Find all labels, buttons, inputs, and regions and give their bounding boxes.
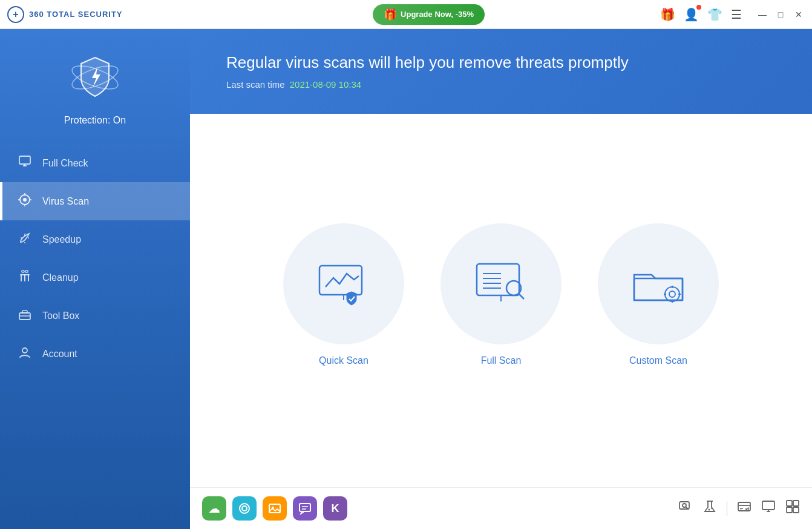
main-layout: Protection: On Full Check [0, 29, 812, 529]
msg-app-icon[interactable] [293, 496, 317, 521]
cloud-app-icon[interactable]: ☁ [202, 496, 226, 521]
active-bar [0, 182, 2, 220]
sidebar-logo-area: Protection: On [64, 29, 126, 138]
sidebar-item-virus-scan[interactable]: Virus Scan [0, 182, 190, 220]
bottom-right-icons [678, 499, 800, 518]
sidebar-item-account[interactable]: Account [0, 335, 190, 373]
custom-scan-svg [625, 257, 692, 311]
svg-point-12 [23, 198, 27, 202]
svg-point-50 [683, 504, 686, 507]
full-scan-svg [468, 257, 534, 311]
protection-label: Protection: On [64, 115, 126, 126]
svg-rect-44 [269, 504, 280, 513]
profile-icon[interactable]: 👤 [684, 7, 699, 22]
screen-tool-icon[interactable] [761, 499, 776, 518]
svg-rect-35 [634, 278, 683, 300]
svg-rect-60 [787, 501, 792, 506]
svg-rect-63 [793, 507, 799, 513]
app-logo-icon: + [7, 6, 24, 23]
monitor-icon [18, 155, 31, 171]
svg-rect-20 [22, 310, 27, 313]
grid-tool-icon[interactable] [785, 499, 800, 518]
quick-scan-svg [310, 257, 377, 311]
lab-tool-icon[interactable] [702, 499, 717, 518]
svg-rect-4 [19, 156, 30, 164]
nav-label-speedup: Speedup [42, 234, 81, 245]
full-scan-circle[interactable] [440, 223, 562, 344]
svg-rect-61 [793, 501, 799, 506]
bottom-toolbar: ☁ [190, 487, 812, 529]
svg-point-37 [669, 291, 675, 297]
quick-scan-circle[interactable] [283, 223, 404, 344]
gift-icon: 🎁 [384, 8, 397, 21]
svg-line-34 [519, 294, 524, 299]
svg-rect-17 [24, 274, 25, 281]
hero-title: Regular virus scans will help you remove… [226, 53, 776, 72]
svg-point-54 [711, 508, 712, 509]
svg-point-36 [665, 287, 679, 301]
maximize-button[interactable]: □ [774, 8, 787, 21]
title-bar-center: 🎁 Upgrade Now, -35% [197, 4, 660, 25]
chat-app-icon[interactable] [232, 496, 257, 521]
account-icon [18, 346, 31, 362]
app-title: 360 TOTAL SECURITY [29, 10, 123, 19]
minimize-button[interactable]: — [756, 8, 768, 21]
sidebar-item-speedup[interactable]: Speedup [0, 220, 190, 258]
close-button[interactable]: ✕ [793, 8, 805, 21]
sidebar-item-full-check[interactable]: Full Check [0, 144, 190, 182]
speedup-icon [18, 231, 31, 248]
sidebar-nav: Full Check Virus Scan [0, 144, 190, 373]
search-tool-icon[interactable] [678, 499, 693, 518]
title-bar-right: 🎁 👤 👕 ☰ — □ ✕ [660, 7, 805, 22]
svg-point-43 [242, 506, 247, 511]
full-scan-card[interactable]: Full Scan [440, 223, 562, 366]
nav-label-virus-scan: Virus Scan [42, 196, 89, 207]
svg-rect-57 [762, 501, 774, 510]
svg-rect-14 [25, 271, 28, 272]
hero-subtitle: Last scan time 2021-08-09 10:34 [226, 79, 776, 90]
cleanup-icon [18, 269, 31, 286]
shield-svg-icon [68, 50, 122, 105]
toolbar-divider [727, 501, 727, 516]
custom-scan-circle[interactable] [598, 223, 719, 344]
svg-rect-18 [28, 274, 29, 281]
hero-banner: Regular virus scans will help you remove… [190, 29, 812, 114]
svg-rect-49 [679, 502, 689, 509]
svg-rect-62 [787, 507, 792, 513]
upgrade-label: Upgrade Now, -35% [401, 10, 474, 19]
svg-text:+: + [13, 9, 18, 19]
shield-logo [65, 47, 125, 108]
quick-scan-card[interactable]: Quick Scan [283, 223, 404, 366]
menu-icon[interactable]: ☰ [731, 7, 742, 22]
svg-point-42 [240, 504, 249, 513]
content-area: Regular virus scans will help you remove… [190, 29, 812, 529]
custom-scan-card[interactable]: Custom Scan [598, 223, 719, 366]
nav-label-cleanup: Cleanup [42, 272, 79, 283]
upgrade-button[interactable]: 🎁 Upgrade Now, -35% [373, 4, 485, 25]
svg-rect-16 [21, 274, 22, 281]
nav-label-tool-box: Tool Box [42, 310, 79, 321]
notification-badge [696, 5, 701, 10]
scan-options-area: Quick Scan [190, 114, 812, 487]
gift-nav-icon[interactable]: 🎁 [660, 7, 675, 22]
svg-point-53 [709, 509, 710, 511]
card-tool-icon[interactable] [737, 499, 751, 518]
full-scan-label: Full Scan [481, 355, 522, 366]
title-bar: + 360 TOTAL SECURITY 🎁 Upgrade Now, -35%… [0, 0, 812, 29]
svg-rect-13 [22, 271, 24, 272]
window-controls: — □ ✕ [756, 8, 805, 21]
k-app-icon[interactable]: K [323, 496, 347, 521]
nav-label-account: Account [42, 349, 77, 360]
nav-label-full-check: Full Check [42, 158, 88, 169]
photo-app-icon[interactable] [263, 496, 287, 521]
tshirt-icon[interactable]: 👕 [707, 7, 722, 22]
sidebar-item-cleanup[interactable]: Cleanup [0, 258, 190, 297]
scan-cards: Quick Scan [283, 223, 719, 366]
last-scan-time: 2021-08-09 10:34 [290, 79, 361, 90]
svg-rect-26 [477, 264, 519, 295]
svg-rect-23 [319, 266, 362, 295]
sidebar-item-tool-box[interactable]: Tool Box [0, 297, 190, 335]
svg-point-22 [22, 348, 27, 353]
svg-rect-46 [300, 504, 310, 511]
title-bar-left: + 360 TOTAL SECURITY [7, 6, 197, 23]
